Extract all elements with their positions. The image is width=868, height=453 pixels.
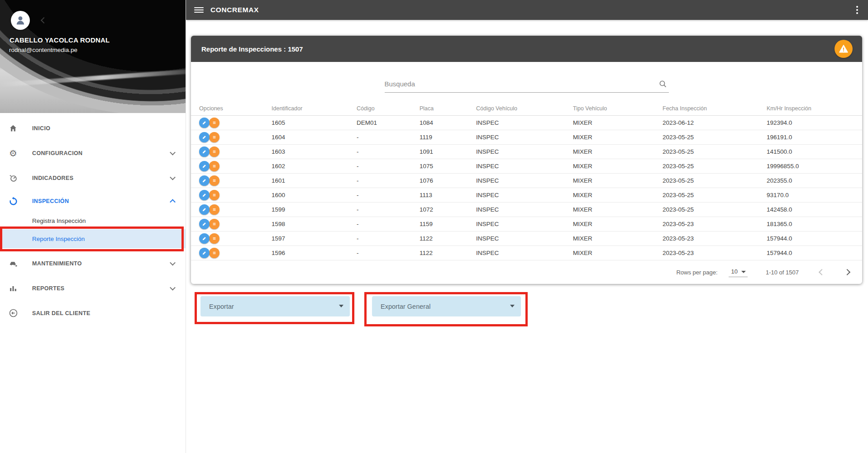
list-icon <box>211 221 217 227</box>
cell-tipo-vehiculo: MIXER <box>573 177 663 184</box>
details-button[interactable] <box>209 146 219 157</box>
cell-codigo-vehiculo: INSPEC <box>476 119 573 126</box>
car-icon <box>8 258 19 269</box>
menu-icon[interactable] <box>194 6 204 14</box>
caret-down-icon <box>741 271 746 273</box>
edit-button[interactable] <box>199 233 210 244</box>
pencil-icon <box>201 178 207 184</box>
row-actions <box>199 132 272 142</box>
cell-identificador: 1599 <box>272 206 357 213</box>
details-button[interactable] <box>209 190 219 200</box>
cell-identificador: 1602 <box>272 163 357 170</box>
sidebar-item-indicadores[interactable]: INDICADORES <box>0 165 186 190</box>
column-header-codigo-vehiculo: Código Vehículo <box>476 105 573 112</box>
cell-identificador: 1600 <box>272 192 357 198</box>
pencil-icon <box>201 250 207 256</box>
pencil-icon <box>201 236 207 241</box>
details-button[interactable] <box>209 233 219 244</box>
cell-codigo: DEM01 <box>357 119 420 126</box>
cell-codigo: - <box>357 192 420 198</box>
column-header-fecha-inspeccion: Fecha Inspección <box>663 105 767 112</box>
report-card: Reporte de Inspecciones : 1507 Opciones … <box>191 36 862 284</box>
details-button[interactable] <box>209 248 219 258</box>
sidebar-item-label: SALIR DEL CLIENTE <box>32 310 91 316</box>
edit-button[interactable] <box>199 118 210 128</box>
sidebar-item-configuracion[interactable]: ⚙ CONFIGURACION <box>0 141 186 165</box>
column-header-km-hr-inspeccion: Km/Hr Inspección <box>767 105 862 112</box>
cell-codigo-vehiculo: INSPEC <box>476 134 573 141</box>
more-options-icon[interactable] <box>856 5 858 15</box>
edit-button[interactable] <box>199 204 210 215</box>
cell-tipo-vehiculo: MIXER <box>573 192 663 198</box>
details-button[interactable] <box>209 219 219 229</box>
column-header-tipo-vehiculo: Tipo Vehículo <box>573 105 663 112</box>
sidebar-item-label: REPORTES <box>32 285 65 292</box>
column-header-identificador: Identificador <box>272 105 357 112</box>
previous-page-button[interactable] <box>819 269 825 275</box>
exportar-general-dropdown[interactable]: Exportar General <box>372 296 521 316</box>
cell-codigo: - <box>357 206 420 213</box>
sidebar-item-salir-del-cliente[interactable]: SALIR DEL CLIENTE <box>0 301 186 326</box>
cell-codigo-vehiculo: INSPEC <box>476 163 573 170</box>
pencil-icon <box>201 207 207 212</box>
exportar-dropdown[interactable]: Exportar <box>200 296 350 316</box>
table-row: 1602 - 1075 INSPEC MIXER 2023-05-25 1999… <box>191 159 862 174</box>
cell-codigo: - <box>357 148 420 155</box>
details-button[interactable] <box>209 175 219 186</box>
logout-icon <box>8 308 19 319</box>
rows-per-page-select[interactable]: 10 <box>729 267 748 277</box>
details-button[interactable] <box>209 161 219 171</box>
sidebar-item-label: INICIO <box>32 125 50 132</box>
cell-placa: 1075 <box>420 163 476 170</box>
edit-button[interactable] <box>199 219 210 229</box>
warning-button[interactable] <box>835 40 853 58</box>
edit-button[interactable] <box>199 175 210 186</box>
cell-placa: 1122 <box>420 250 476 256</box>
details-button[interactable] <box>209 132 219 142</box>
cell-codigo-vehiculo: INSPEC <box>476 148 573 155</box>
details-button[interactable] <box>209 118 219 128</box>
list-icon <box>211 120 217 126</box>
edit-button[interactable] <box>199 248 210 258</box>
exportar-general-label: Exportar General <box>381 303 430 310</box>
cell-codigo: - <box>357 177 420 184</box>
table-body: 1605 DEM01 1084 INSPEC MIXER 2023-06-12 … <box>191 116 862 260</box>
edit-button[interactable] <box>199 132 210 142</box>
sidebar-item-inspeccion[interactable]: INSPECCIÓN <box>0 190 186 212</box>
row-actions <box>199 248 272 258</box>
next-page-button[interactable] <box>844 269 850 275</box>
cell-km-hr-inspeccion: 181365.0 <box>767 221 862 227</box>
sidebar-subitem-registra-inspeccion[interactable]: Registra Inspección <box>0 212 186 229</box>
cell-fecha-inspeccion: 2023-05-25 <box>663 134 767 141</box>
row-actions <box>199 175 272 186</box>
edit-button[interactable] <box>199 161 210 171</box>
search-input[interactable] <box>385 76 647 92</box>
table-row: 1598 - 1159 INSPEC MIXER 2023-05-23 1813… <box>191 217 862 231</box>
cell-placa: 1076 <box>420 177 476 184</box>
edit-button[interactable] <box>199 190 210 200</box>
sidebar-item-inicio[interactable]: INICIO <box>0 116 186 141</box>
cell-codigo-vehiculo: INSPEC <box>476 177 573 184</box>
sidebar-item-reportes[interactable]: REPORTES <box>0 276 186 301</box>
cell-identificador: 1605 <box>272 119 357 126</box>
cell-fecha-inspeccion: 2023-05-23 <box>663 221 767 227</box>
user-email: rodnal@contentmedia.pe <box>9 47 77 53</box>
search-icon[interactable] <box>658 79 668 89</box>
details-button[interactable] <box>209 204 219 215</box>
cell-km-hr-inspeccion: 157944.0 <box>767 250 862 256</box>
chevron-down-icon <box>170 149 176 155</box>
exportar-label: Exportar <box>209 303 234 310</box>
chevron-down-icon <box>170 174 176 180</box>
cell-km-hr-inspeccion: 142458.0 <box>767 206 862 213</box>
sidebar-subitem-reporte-inspeccion[interactable]: Reporte Inspección <box>0 229 186 248</box>
cell-placa: 1091 <box>420 148 476 155</box>
cell-identificador: 1596 <box>272 250 357 256</box>
cell-tipo-vehiculo: MIXER <box>573 163 663 170</box>
sidebar-item-mantenimiento[interactable]: MANTENIMIENTO <box>0 251 186 276</box>
cell-codigo-vehiculo: INSPEC <box>476 206 573 213</box>
cell-identificador: 1597 <box>272 235 357 242</box>
list-icon <box>211 236 217 241</box>
row-actions <box>199 161 272 171</box>
edit-button[interactable] <box>199 146 210 157</box>
pencil-icon <box>201 163 207 169</box>
